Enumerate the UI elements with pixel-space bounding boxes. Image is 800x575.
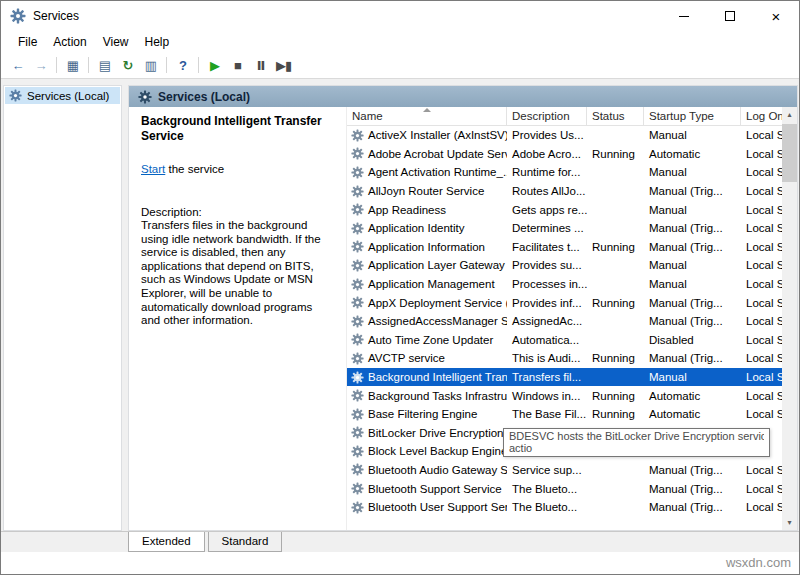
column-header-name[interactable]: Name [347,107,507,125]
service-name: AVCTP service [368,352,445,364]
scroll-down-button[interactable]: ▾ [782,515,797,530]
tab-extended[interactable]: Extended [128,532,205,552]
service-description-cell: Automatica... [507,331,587,350]
service-gear-icon [351,482,364,495]
service-row[interactable]: AppX Deployment Service (... Provides in… [347,293,782,312]
service-status-cell [587,479,644,498]
service-logon-cell: Local Sy [741,312,782,331]
menu-view[interactable]: View [95,33,137,51]
column-header-log-on[interactable]: Log On [741,107,782,125]
pause-service-button[interactable]: Ⅱ [249,54,272,76]
service-gear-icon [351,222,364,235]
service-description-cell: Runtime for... [507,163,587,182]
service-gear-icon [351,426,364,439]
service-startup-cell: Manual (Trig... [644,312,741,331]
service-row[interactable]: Application Layer Gateway ... Provides s… [347,256,782,275]
minimize-button[interactable] [661,1,707,31]
service-logon-cell: Local Sy [741,479,782,498]
service-logon-cell: Local Sy [741,461,782,480]
service-name-cell: AVCTP service [347,349,507,368]
service-row[interactable]: Auto Time Zone Updater Automatica... Dis… [347,331,782,350]
service-startup-cell: Manual (Trig... [644,293,741,312]
minimize-icon [679,16,689,17]
title-bar: Services × [1,1,799,31]
back-button[interactable]: ← [6,54,29,76]
maximize-button[interactable] [707,1,753,31]
service-row[interactable]: AllJoyn Router Service Routes AllJo... M… [347,182,782,201]
column-header-description[interactable]: Description [507,107,587,125]
start-service-link[interactable]: Start [141,163,165,175]
service-row[interactable]: Application Information Facilitates t...… [347,238,782,257]
service-row[interactable]: Bluetooth Support Service The Blueto... … [347,479,782,498]
service-startup-cell: Manual (Trig... [644,182,741,201]
show-console-tree-button[interactable]: ▦ [61,54,84,76]
service-logon-cell: Local Se [741,182,782,201]
service-row[interactable]: ActiveX Installer (AxInstSV) Provides Us… [347,126,782,145]
help-button[interactable]: ? [171,54,194,76]
service-name: BitLocker Drive Encryption ... [368,427,507,439]
tab-standard[interactable]: Standard [208,532,283,552]
service-logon-cell: Local Se [741,405,782,424]
service-row[interactable]: Application Management Processes in... M… [347,275,782,294]
service-status-cell: Running [587,386,644,405]
service-row[interactable]: Background Tasks Infrastruc... Windows i… [347,386,782,405]
service-name: AllJoyn Router Service [368,185,484,197]
service-name: Base Filtering Engine [368,408,477,420]
menu-help[interactable]: Help [137,33,178,51]
service-startup-cell: Manual (Trig... [644,498,741,517]
service-logon-cell: Local Sy [741,293,782,312]
service-name: Bluetooth User Support Ser... [368,501,507,513]
scrollbar-track[interactable] [782,182,797,515]
services-window: Services × File Action View Help ← → ▦ ▤… [0,0,800,575]
service-name: Agent Activation Runtime_... [368,166,507,178]
service-row[interactable]: Bluetooth User Support Ser... The Blueto… [347,498,782,517]
service-row[interactable]: Agent Activation Runtime_... Runtime for… [347,163,782,182]
service-row[interactable]: Base Filtering Engine The Base Fil... Ru… [347,405,782,424]
refresh-button[interactable]: ↻ [116,54,139,76]
tooltip-line2: actio [509,443,764,455]
service-name-cell: Base Filtering Engine [347,405,507,424]
scroll-up-button[interactable]: ▴ [782,107,797,122]
service-row[interactable]: Adobe Acrobat Update Serv... Adobe Acro.… [347,145,782,164]
main-header: Services (Local) [129,86,797,107]
service-action-line: Start the service [141,163,334,175]
restart-service-button[interactable]: ▶▮ [272,54,295,76]
scrollbar-thumb[interactable] [782,124,797,182]
service-name-cell: AppX Deployment Service (... [347,293,507,312]
close-button[interactable]: × [753,1,799,31]
service-logon-cell: Local Se [741,331,782,350]
description-text: Transfers files in the background using … [141,219,334,328]
service-status-cell [587,331,644,350]
service-description-cell: Determines ... [507,219,587,238]
service-description-cell: Facilitates t... [507,238,587,257]
service-startup-cell: Disabled [644,331,741,350]
service-name-cell: Application Layer Gateway ... [347,256,507,275]
column-header-status[interactable]: Status [587,107,644,125]
menu-action[interactable]: Action [45,33,94,51]
service-row[interactable]: App Readiness Gets apps re... Manual Loc… [347,200,782,219]
service-row[interactable]: AVCTP service This is Audi... Running Ma… [347,349,782,368]
service-row[interactable]: Background Intelligent Tran... Transfers… [347,368,782,387]
service-row[interactable]: Bluetooth Audio Gateway S... Service sup… [347,461,782,480]
service-gear-icon [351,203,364,216]
forward-button[interactable]: → [29,54,52,76]
service-gear-icon [351,315,364,328]
service-description-cell: AssignedAc... [507,312,587,331]
start-service-button[interactable]: ▶ [203,54,226,76]
service-status-cell [587,256,644,275]
service-description-cell: Adobe Acro... [507,145,587,164]
service-row[interactable]: AssignedAccessManager Se... AssignedAc..… [347,312,782,331]
service-row[interactable]: Application Identity Determines ... Manu… [347,219,782,238]
window-title: Services [33,9,79,23]
services-app-icon [10,8,26,24]
main-header-title: Services (Local) [158,90,250,104]
service-startup-cell: Manual (Trig... [644,461,741,480]
column-header-name-label: Name [352,110,383,122]
column-header-startup-type[interactable]: Startup Type [644,107,741,125]
tree-item-services-local[interactable]: Services (Local) [5,87,120,104]
vertical-scrollbar[interactable]: ▴ ▾ [782,107,797,530]
export-list-button[interactable]: ▤ [93,54,116,76]
properties-button[interactable]: ▥ [139,54,162,76]
stop-service-button[interactable]: ■ [226,54,249,76]
menu-file[interactable]: File [10,33,45,51]
